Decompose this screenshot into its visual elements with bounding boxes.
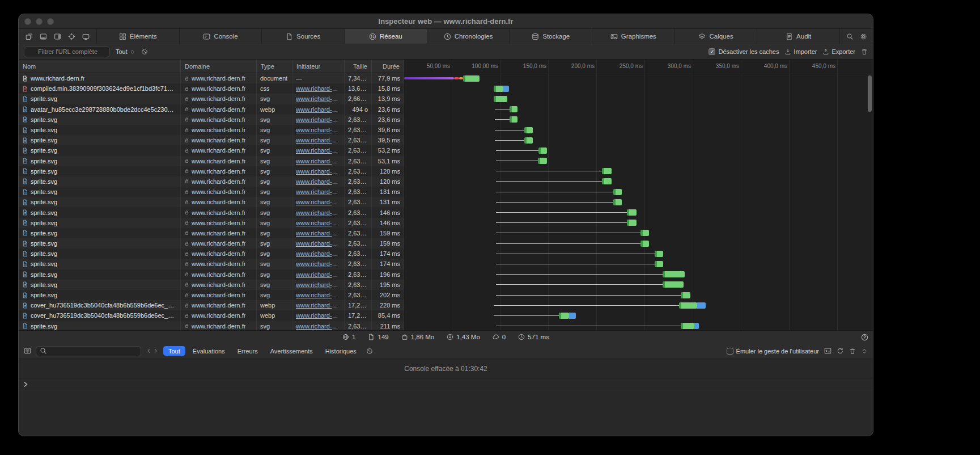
initiator-link[interactable]: www.richard-d… xyxy=(296,137,341,144)
tab-elements[interactable]: Éléments xyxy=(96,29,179,44)
initiator-link[interactable]: www.richard-d… xyxy=(296,312,341,319)
initiator-link[interactable]: www.richard-d… xyxy=(296,260,341,267)
clear-console-trash-icon[interactable] xyxy=(849,348,856,355)
search-icon[interactable] xyxy=(843,31,856,42)
table-row[interactable]: sprite.svgwww.richard-dern.frsvgwww.rich… xyxy=(19,156,873,166)
table-row[interactable]: avatar_hu85ecc3e298728880b0bde2dcc4e5c23… xyxy=(19,104,873,115)
dock-bottom-icon[interactable] xyxy=(37,31,49,42)
gear-icon[interactable] xyxy=(857,31,869,42)
initiator-link[interactable]: www.richard-d… xyxy=(296,158,341,165)
table-row[interactable]: sprite.svgwww.richard-dern.frsvgwww.rich… xyxy=(19,290,873,300)
console-filter-icon[interactable] xyxy=(24,347,31,355)
table-row[interactable]: sprite.svgwww.richard-dern.frsvgwww.rich… xyxy=(19,259,873,269)
table-row[interactable]: sprite.svgwww.richard-dern.frsvgwww.rich… xyxy=(19,187,873,197)
initiator-link[interactable]: www.richard-d… xyxy=(296,116,341,123)
emulate-gesture-checkbox[interactable] xyxy=(727,348,733,355)
back-icon[interactable] xyxy=(146,348,152,354)
initiator-link[interactable]: www.richard-d… xyxy=(296,188,341,195)
initiator-link[interactable]: www.richard-d… xyxy=(296,106,341,113)
forward-icon[interactable] xyxy=(152,348,159,354)
console-prompt-pane-icon[interactable] xyxy=(824,347,831,355)
column-header-nom[interactable]: Nom xyxy=(19,60,181,73)
initiator-link[interactable]: www.richard-d… xyxy=(296,271,341,278)
console-clear-filter-icon[interactable] xyxy=(366,348,373,355)
initiator-link[interactable]: www.richard-d… xyxy=(296,199,341,205)
initiator-link[interactable]: www.richard-d… xyxy=(296,323,341,330)
detach-window-icon[interactable] xyxy=(23,31,35,42)
console-tab-avertissements[interactable]: Avertissements xyxy=(265,346,318,356)
console-prompt-row[interactable] xyxy=(19,378,873,390)
reload-icon[interactable] xyxy=(837,347,844,355)
table-row[interactable]: sprite.svgwww.richard-dern.frsvgwww.rich… xyxy=(19,269,873,280)
initiator-link[interactable]: www.richard-d… xyxy=(296,230,341,237)
minimize-window-button[interactable] xyxy=(36,18,43,25)
table-row[interactable]: sprite.svgwww.richard-dern.frsvgwww.rich… xyxy=(19,228,873,238)
emulate-gesture-option[interactable]: Émuler le geste de l'utilisateur xyxy=(727,348,819,355)
column-header-domaine[interactable]: Domaine xyxy=(181,60,257,73)
tab-graphismes[interactable]: Graphismes xyxy=(592,29,674,44)
console-tab-historiques[interactable]: Historiques xyxy=(320,346,362,356)
trash-icon[interactable] xyxy=(861,48,868,55)
table-row[interactable]: cover_hu736519dc3b5040cfa48b6b559b6de6ec… xyxy=(19,300,873,310)
initiator-link[interactable]: www.richard-d… xyxy=(296,178,341,185)
table-row[interactable]: sprite.svgwww.richard-dern.frsvgwww.rich… xyxy=(19,207,873,217)
initiator-link[interactable]: www.richard-d… xyxy=(296,220,341,226)
initiator-link[interactable]: www.richard-d… xyxy=(296,250,341,257)
initiator-link[interactable]: www.richard-d… xyxy=(296,302,341,309)
initiator-link[interactable]: www.richard-d… xyxy=(296,147,341,154)
table-row[interactable]: sprite.svgwww.richard-dern.frsvgwww.rich… xyxy=(19,197,873,207)
export-button[interactable]: Exporter xyxy=(822,48,855,55)
tab-stockage[interactable]: Stockage xyxy=(509,29,592,44)
tab-reseau[interactable]: Réseau xyxy=(344,29,427,44)
url-filter-input[interactable] xyxy=(37,48,106,56)
table-row[interactable]: sprite.svgwww.richard-dern.frsvgwww.rich… xyxy=(19,280,873,290)
disable-caches-checkbox[interactable]: ✓ xyxy=(709,48,715,55)
console-tab-erreurs[interactable]: Erreurs xyxy=(232,346,263,356)
table-row[interactable]: sprite.svgwww.richard-dern.frsvgwww.rich… xyxy=(19,115,873,125)
table-row[interactable]: sprite.svgwww.richard-dern.frsvgwww.rich… xyxy=(19,238,873,248)
table-row[interactable]: sprite.svgwww.richard-dern.frsvgwww.rich… xyxy=(19,176,873,187)
tab-calques[interactable]: Calques xyxy=(674,29,757,44)
console-search-field[interactable] xyxy=(36,346,141,356)
table-row[interactable]: sprite.svgwww.richard-dern.frsvgwww.rich… xyxy=(19,125,873,135)
initiator-link[interactable]: www.richard-d… xyxy=(296,127,341,133)
tab-chronologies[interactable]: Chronologies xyxy=(427,29,510,44)
help-icon[interactable] xyxy=(861,334,868,341)
url-filter-field[interactable] xyxy=(24,47,110,57)
table-row[interactable]: www.richard-dern.frwww.richard-dern.frdo… xyxy=(19,73,873,83)
import-button[interactable]: Importer xyxy=(784,48,817,55)
initiator-link[interactable]: www.richard-d… xyxy=(296,292,341,298)
console-search-input[interactable] xyxy=(50,347,137,355)
resource-type-filter[interactable]: Tout xyxy=(116,48,135,55)
table-row[interactable]: sprite.svgwww.richard-dern.frsvgwww.rich… xyxy=(19,321,873,331)
table-row[interactable]: sprite.svgwww.richard-dern.frsvgwww.rich… xyxy=(19,94,873,104)
table-row[interactable]: compiled.min.38390909f303624ed9e1cf1bd3f… xyxy=(19,83,873,94)
tab-console[interactable]: Console xyxy=(179,29,262,44)
table-row[interactable]: cover_hu736519dc3b5040cfa48b6b559b6de6ec… xyxy=(19,310,873,321)
initiator-link[interactable]: www.richard-d… xyxy=(296,95,341,102)
tab-audit[interactable]: Audit xyxy=(757,29,839,44)
inspect-element-icon[interactable] xyxy=(65,31,78,42)
tab-sources[interactable]: Sources xyxy=(261,29,344,44)
column-header-durée[interactable]: Durée xyxy=(372,60,404,73)
initiator-link[interactable]: www.richard-d… xyxy=(296,281,341,288)
table-row[interactable]: sprite.svgwww.richard-dern.frsvgwww.rich… xyxy=(19,145,873,155)
initiator-link[interactable]: www.richard-d… xyxy=(296,209,341,216)
initiator-link[interactable]: www.richard-d… xyxy=(296,168,341,175)
table-row[interactable]: sprite.svgwww.richard-dern.frsvgwww.rich… xyxy=(19,248,873,259)
collapse-console-icon[interactable] xyxy=(861,348,868,355)
initiator-link[interactable]: www.richard-d… xyxy=(296,240,341,247)
column-header-taille[interactable]: Taille xyxy=(345,60,372,73)
device-settings-icon[interactable] xyxy=(79,31,92,42)
clear-network-items-icon[interactable] xyxy=(141,48,148,55)
console-tab-tout[interactable]: Tout xyxy=(163,346,185,356)
table-row[interactable]: sprite.svgwww.richard-dern.frsvgwww.rich… xyxy=(19,218,873,228)
zoom-window-button[interactable] xyxy=(47,18,54,25)
table-row[interactable]: sprite.svgwww.richard-dern.frsvgwww.rich… xyxy=(19,135,873,145)
close-window-button[interactable] xyxy=(24,18,31,25)
column-header-type[interactable]: Type xyxy=(257,60,292,73)
table-row[interactable]: sprite.svgwww.richard-dern.frsvgwww.rich… xyxy=(19,166,873,176)
initiator-link[interactable]: www.richard-d… xyxy=(296,85,341,92)
dock-side-icon[interactable] xyxy=(51,31,63,42)
vertical-scrollbar[interactable] xyxy=(868,75,872,112)
